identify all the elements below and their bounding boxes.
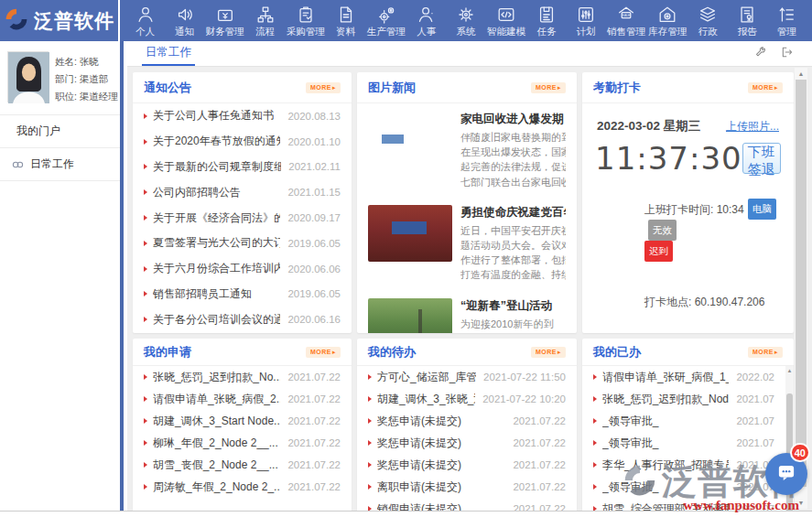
logo-mark-icon <box>4 6 29 36</box>
nav-item[interactable]: 智能建模 <box>487 3 525 38</box>
chat-bubble-icon <box>774 460 798 488</box>
application-item[interactable]: 周涛敏_年假_2_Node 2_... 2021.07.22 <box>133 476 352 498</box>
code-icon <box>496 5 516 25</box>
todo-item[interactable]: 离职申请(未提交) 2021.07.22 <box>357 476 577 498</box>
more-button[interactable]: MORE <box>531 347 566 358</box>
location-ip: 60.190.47.206 <box>695 296 765 308</box>
done-item[interactable]: 李华_人事行政部_招聘专员... 2021.07 <box>582 454 785 476</box>
application-item[interactable]: 胡建_调休_3_Start Node... 2021.07.22 <box>133 410 352 432</box>
panel-applications: 我的申请 MORE 张晓_惩罚_迟到扣款_No... 2021.07.22 <box>133 339 352 517</box>
checkin-time: 10:34 <box>717 203 744 216</box>
report-icon <box>737 5 757 25</box>
more-button[interactable]: MORE <box>306 347 341 358</box>
bullet-icon <box>144 440 147 446</box>
nav-item[interactable]: SALE 销售管理 <box>607 3 645 38</box>
notice-item[interactable]: 关于2020年春节放假的通知 2020.01.10 <box>133 129 352 155</box>
app-window: 泛普软件 个人 通知 财务管理 <box>0 0 812 517</box>
done-item[interactable]: 请假申请单_张研_病假_1_... 2022.02 <box>582 366 785 388</box>
notice-item[interactable]: 关于公司人事任免通知书 2020.08.13 <box>133 103 352 129</box>
nav-item[interactable]: 流程 <box>247 3 284 38</box>
logo-text: 泛普软件 <box>34 8 114 34</box>
sidebar-menu-item[interactable]: 日常工作 <box>0 147 120 181</box>
notice-item[interactable]: 关于开展《经济合同法》的相关... 2020.09.17 <box>133 205 352 231</box>
chat-button[interactable]: 40 <box>765 453 807 495</box>
done-item[interactable]: _领导审批_ 2021.07 <box>582 410 785 432</box>
scrollbar-thumb[interactable] <box>796 80 807 487</box>
notification-badge: 40 <box>790 443 810 462</box>
notice-item[interactable]: 夏雪签署与光大公司的大订单，... 2019.06.05 <box>133 231 352 256</box>
notice-item[interactable]: 公司内部招聘公告 2021.01.15 <box>133 179 352 205</box>
nav-item[interactable]: 个人 <box>127 3 164 38</box>
nav-item[interactable]: 行政 <box>689 3 726 38</box>
notice-item[interactable]: 销售部招聘员工通知 2019.06.05 <box>133 282 352 307</box>
more-button[interactable]: MORE <box>531 82 566 93</box>
scroll-up-icon[interactable]: ▲ <box>795 68 807 80</box>
nav-item[interactable]: 人事 <box>408 3 445 38</box>
gear-icon <box>456 5 476 25</box>
application-item[interactable]: 柳琳_年假_2_Node 2__... 2021.07.22 <box>133 432 352 454</box>
news-text-line: 七部门联合出台家电回收政 <box>460 175 566 189</box>
news-item[interactable]: 勇担使命庆祝建党百年，中国 近日，中国平安召开庆祝中 题活动动员大会。会议对专 … <box>357 197 577 290</box>
news-text-line: 起完善的法律法规，促进企 <box>460 159 566 174</box>
app-logo[interactable]: 泛普软件 <box>0 0 120 41</box>
done-item[interactable]: 张晓_惩罚_迟到扣款_Node... 2021.07 <box>582 388 785 410</box>
done-item[interactable]: _领导审批_ 2021.07 <box>582 432 785 454</box>
sale-icon: SALE <box>616 5 636 25</box>
application-item[interactable]: 请假申请单_张晓_病假_2... 2021.07.22 <box>133 388 352 410</box>
done-item[interactable]: _领导审批_ 2021.07 <box>582 476 785 498</box>
nav-item-label: 资料 <box>336 26 355 38</box>
news-thumbnail <box>368 112 452 168</box>
top-header: 泛普软件 个人 通知 财务管理 <box>0 0 812 41</box>
attendance-date: 2022-03-02 星期三 <box>597 118 700 135</box>
nav-item-label: 报告 <box>738 26 757 38</box>
news-thumbnail <box>368 205 452 262</box>
nav-item[interactable]: 生产管理 <box>367 3 406 38</box>
bullet-icon <box>593 440 597 446</box>
application-item[interactable]: 张晓_惩罚_迟到扣款_No... 2021.07.22 <box>133 366 352 388</box>
clipboard-icon <box>296 5 316 25</box>
nav-item[interactable]: 财务管理 <box>206 3 244 38</box>
nav-item[interactable]: 报告 <box>729 3 765 38</box>
nav-item[interactable]: 系统 <box>448 3 484 38</box>
scroll-down-icon[interactable]: ▼ <box>795 497 807 509</box>
todo-item[interactable]: 奖惩申请(未提交) 2021.07.22 <box>357 454 577 476</box>
todo-item[interactable]: 奖惩申请(未提交) 2021.07.22 <box>357 432 577 454</box>
news-text-line: 来,攀枝花钢城集团瑞丰 <box>460 331 566 333</box>
notice-item[interactable]: 关于各分公司培训会议的通知 2020.06.16 <box>133 307 352 332</box>
application-item[interactable]: 胡雪_丧假_2_Node 2__... 2021.07.22 <box>133 454 352 476</box>
wrench-icon[interactable] <box>754 46 767 62</box>
upload-photo-link[interactable]: 上传照片... <box>726 119 779 135</box>
notice-item[interactable]: 关于六月份综合工作培训内容及... 2020.06.06 <box>133 256 352 282</box>
nav-item[interactable]: 任务 <box>528 3 565 38</box>
notice-item[interactable]: 关于最新的公司规章制度细节通知 2021.02.11 <box>133 155 352 180</box>
scroll-up-icon[interactable]: ▲ <box>785 366 794 376</box>
bullet-icon <box>144 291 147 296</box>
nav-item[interactable]: 管理 <box>768 3 805 38</box>
nav-item[interactable]: 采购管理 <box>287 3 325 38</box>
clock-time: 11:37:30 <box>595 140 742 177</box>
todo-item[interactable]: 胡建_调休_3_张晓_退回 2021-07-22 10:20 <box>357 388 577 410</box>
nav-item-label: 系统 <box>456 26 475 38</box>
todo-item[interactable]: 方可心_储运部_库管员_晋... 2021-07-22 11:50 <box>357 366 577 388</box>
more-button[interactable]: MORE <box>748 347 783 358</box>
news-item[interactable]: “迎新春”登山活动 为迎接2010新年的到 来,攀枝花钢城集团瑞丰 水泥有限公司… <box>357 290 577 333</box>
nav-item[interactable]: 通知 <box>167 3 203 38</box>
news-item[interactable]: 家电回收进入爆发期 家电回 伴随废旧家电替换期的到来 在呈现出爆发状态，国家正 … <box>357 103 577 197</box>
more-button[interactable]: MORE <box>306 82 341 93</box>
todo-item[interactable]: 奖惩申请(未提交) 2021.07.22 <box>357 410 577 432</box>
nav-item[interactable]: 库存管理 <box>648 3 687 38</box>
exit-icon[interactable] <box>781 46 794 62</box>
nav-item[interactable]: 资料 <box>328 3 364 38</box>
sidebar-menu-item[interactable]: 我的门户 <box>0 114 120 147</box>
checkout-button[interactable]: 下班签退 <box>742 143 781 174</box>
bullet-icon <box>144 317 147 322</box>
nav-item[interactable]: 计划 <box>568 3 604 38</box>
tab-daily-work[interactable]: 日常工作 <box>142 41 195 66</box>
news-text-line: 打造有温度的金融、持续深 <box>460 267 566 282</box>
panel-title: 我的申请 <box>144 344 191 361</box>
bullet-icon <box>368 462 372 468</box>
main-nav: 个人 通知 财务管理 流程 采购 <box>120 0 812 41</box>
nav-item-label: 财务管理 <box>206 26 244 38</box>
news-title: 家电回收进入爆发期 家电回 <box>460 112 566 127</box>
more-button[interactable]: MORE <box>748 82 783 93</box>
